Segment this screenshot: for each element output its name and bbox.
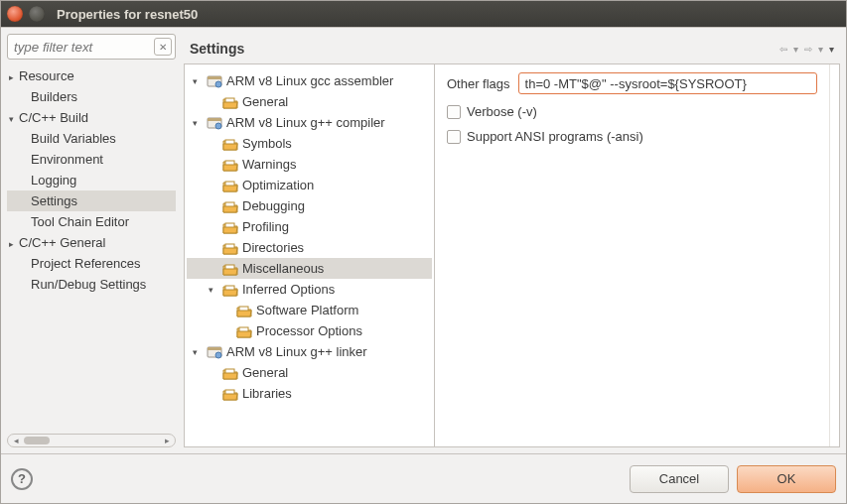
footer: ? Cancel OK xyxy=(1,453,846,503)
folder-icon xyxy=(222,158,238,172)
nav-cpp-build[interactable]: C/C++ Build xyxy=(7,107,176,128)
tree-label: Profiling xyxy=(242,219,289,234)
settings-header: Settings ⇦ ▾ ⇨ ▾ ▾ xyxy=(184,34,840,63)
tree-label: Processor Options xyxy=(256,323,362,338)
nav-run-debug-settings[interactable]: Run/Debug Settings xyxy=(7,274,176,295)
window-title: Properties for resnet50 xyxy=(57,7,198,22)
tree-asm-general[interactable]: ▾ General xyxy=(187,91,432,112)
forward-menu-icon[interactable]: ▾ xyxy=(818,44,823,55)
clear-filter-icon[interactable]: ✕ xyxy=(154,38,172,56)
tree-label: Software Platform xyxy=(256,303,358,317)
tree-gpp-symbols[interactable]: ▾Symbols xyxy=(187,133,432,154)
close-icon[interactable] xyxy=(7,6,23,22)
other-flags-label: Other flags xyxy=(447,76,510,91)
verbose-checkbox[interactable] xyxy=(447,105,461,119)
folder-icon xyxy=(222,283,238,297)
tree-label: ARM v8 Linux g++ compiler xyxy=(226,115,385,130)
tree-link-libraries[interactable]: ▾Libraries xyxy=(187,383,432,404)
cancel-button[interactable]: Cancel xyxy=(630,465,729,493)
history-nav: ⇦ ▾ ⇨ ▾ ▾ xyxy=(779,44,834,55)
button-bar: Cancel OK xyxy=(630,465,836,493)
nav-project-references[interactable]: Project References xyxy=(7,253,176,274)
tree-gpp-debugging[interactable]: ▾Debugging xyxy=(187,195,432,216)
help-icon[interactable]: ? xyxy=(11,468,33,490)
ansi-checkbox[interactable] xyxy=(447,130,461,144)
properties-dialog: Properties for resnet50 ✕ Resource Build… xyxy=(0,0,847,504)
tree-gpp-warnings[interactable]: ▾Warnings xyxy=(187,154,432,175)
chevron-down-icon[interactable]: ▾ xyxy=(209,285,218,295)
folder-icon xyxy=(222,199,238,213)
settings-body: ▾ ARM v8 Linux gcc assembler ▾ General ▾… xyxy=(184,63,840,447)
tree-gpp-optimization[interactable]: ▾Optimization xyxy=(187,175,432,195)
nav-builders[interactable]: Builders xyxy=(7,86,176,107)
folder-icon xyxy=(222,220,238,234)
nav-environment[interactable]: Environment xyxy=(7,149,176,170)
nav-logging[interactable]: Logging xyxy=(7,170,176,190)
view-menu-icon[interactable]: ▾ xyxy=(829,44,834,55)
folder-icon xyxy=(222,179,238,192)
minimize-icon[interactable] xyxy=(29,6,45,22)
right-column: Settings ⇦ ▾ ⇨ ▾ ▾ ▾ ARM v8 Linux gcc as… xyxy=(184,34,840,447)
tree-link-general[interactable]: ▾General xyxy=(187,362,432,383)
settings-title: Settings xyxy=(190,41,244,57)
tree-label: ARM v8 Linux gcc assembler xyxy=(226,73,393,88)
tree-label: Miscellaneous xyxy=(242,261,324,276)
tree-gpp[interactable]: ▾ ARM v8 Linux g++ compiler xyxy=(187,112,432,133)
tool-icon xyxy=(207,345,222,359)
filter-wrap: ✕ xyxy=(7,34,176,60)
folder-icon xyxy=(222,95,238,109)
tool-tree: ▾ ARM v8 Linux gcc assembler ▾ General ▾… xyxy=(185,64,435,446)
tree-gpp-software-platform[interactable]: ▾Software Platform xyxy=(187,300,432,320)
tool-icon xyxy=(207,116,222,130)
tree-link[interactable]: ▾ ARM v8 Linux g++ linker xyxy=(187,341,432,362)
verbose-row[interactable]: Verbose (-v) xyxy=(447,104,817,119)
tool-icon xyxy=(207,74,222,88)
ansi-row[interactable]: Support ANSI programs (-ansi) xyxy=(447,129,817,144)
scroll-left-icon[interactable]: ◂ xyxy=(10,436,22,445)
forward-icon[interactable]: ⇨ xyxy=(804,44,812,55)
tree-label: Optimization xyxy=(242,178,314,192)
form-area: Other flags Verbose (-v) Support ANSI pr… xyxy=(435,64,829,446)
folder-icon xyxy=(222,137,238,151)
tree-label: General xyxy=(242,94,288,109)
folder-icon xyxy=(236,304,252,317)
other-flags-row: Other flags xyxy=(447,72,817,94)
folder-icon xyxy=(222,387,238,401)
tree-gpp-profiling[interactable]: ▾Profiling xyxy=(187,216,432,237)
nav-tree: Resource Builders C/C++ Build Build Vari… xyxy=(7,65,176,428)
ok-button[interactable]: OK xyxy=(737,465,836,493)
chevron-down-icon[interactable]: ▾ xyxy=(193,118,203,128)
folder-icon xyxy=(236,324,252,338)
tree-label: General xyxy=(242,365,288,380)
v-scrollbar[interactable] xyxy=(829,64,839,446)
nav-cpp-general[interactable]: C/C++ General xyxy=(7,232,176,253)
tree-asm[interactable]: ▾ ARM v8 Linux gcc assembler xyxy=(187,70,432,91)
folder-icon xyxy=(222,241,238,255)
left-column: ✕ Resource Builders C/C++ Build Build Va… xyxy=(7,34,176,447)
tree-label: Symbols xyxy=(242,136,292,151)
dialog-body: ✕ Resource Builders C/C++ Build Build Va… xyxy=(1,27,846,453)
tree-gpp-inferred[interactable]: ▾Inferred Options xyxy=(187,279,432,300)
tree-gpp-processor-options[interactable]: ▾Processor Options xyxy=(187,320,432,341)
ansi-label: Support ANSI programs (-ansi) xyxy=(467,129,643,144)
folder-icon xyxy=(222,262,238,276)
tree-label: Warnings xyxy=(242,157,296,172)
h-scrollbar[interactable]: ◂ ▸ xyxy=(7,434,176,447)
other-flags-input[interactable] xyxy=(518,72,817,94)
back-icon[interactable]: ⇦ xyxy=(779,44,787,55)
tree-gpp-miscellaneous[interactable]: ▾Miscellaneous xyxy=(187,258,432,279)
scroll-right-icon[interactable]: ▸ xyxy=(161,436,173,445)
titlebar: Properties for resnet50 xyxy=(1,1,846,27)
nav-tool-chain-editor[interactable]: Tool Chain Editor xyxy=(7,211,176,232)
nav-resource[interactable]: Resource xyxy=(7,65,176,86)
tree-label: ARM v8 Linux g++ linker xyxy=(226,344,367,359)
filter-input[interactable] xyxy=(7,34,176,60)
nav-build-variables[interactable]: Build Variables xyxy=(7,128,176,149)
chevron-down-icon[interactable]: ▾ xyxy=(193,347,203,357)
nav-settings[interactable]: Settings xyxy=(7,190,176,211)
back-menu-icon[interactable]: ▾ xyxy=(793,44,798,55)
folder-icon xyxy=(222,366,238,380)
scroll-thumb[interactable] xyxy=(24,437,50,444)
chevron-down-icon[interactable]: ▾ xyxy=(193,76,203,86)
tree-gpp-directories[interactable]: ▾Directories xyxy=(187,237,432,258)
